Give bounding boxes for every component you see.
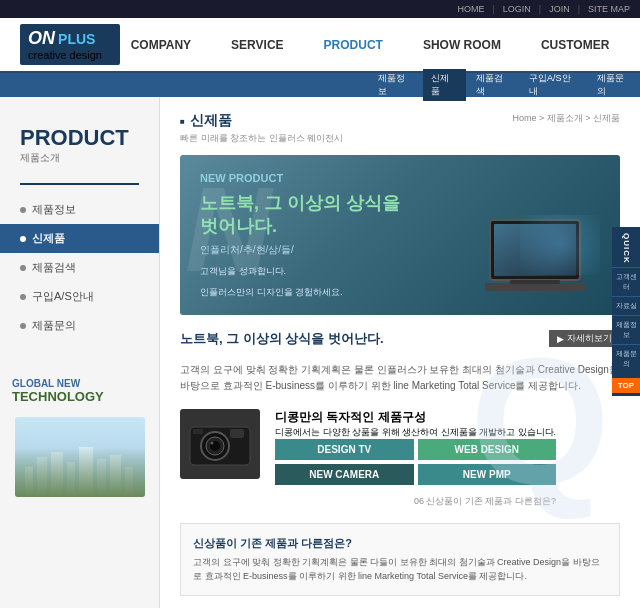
hero-headline1: 노트북, 그 이상의 상식을 (200, 193, 400, 213)
sidebar-label-0: 제품정보 (32, 202, 76, 217)
breadcrumb: Home > 제품소개 > 신제품 (512, 112, 620, 125)
bullet-icon-4 (20, 323, 26, 329)
sub-nav: 제품정보 신제품 제품검색 구입A/S안내 제품문의 (0, 73, 640, 97)
bullet-icon-2 (20, 265, 26, 271)
logo-plus: PLUS (58, 31, 95, 47)
top-bar: HOME | LOGIN | JOIN | SITE MAP (0, 0, 640, 18)
page-title-area: 신제품 빠른 미래를 창조하는 인플러스 웨이전시 (180, 112, 343, 145)
hero-banner: N NEW PRODUCT 노트북, 그 이상의 상식을 벗어나다. 인플리처/… (180, 155, 620, 315)
btn-design-tv[interactable]: DESIGN TV (275, 439, 414, 460)
sidebar-item-3[interactable]: 구입A/S안내 (0, 282, 159, 311)
bullet-icon-1 (20, 236, 26, 242)
hero-badge: NEW PRODUCT (200, 172, 600, 184)
sidebar-label-3: 구입A/S안내 (32, 289, 94, 304)
product-buttons: DESIGN TV WEB DESIGN NEW CAMERA NEW PMP (275, 439, 556, 485)
bullet-icon-3 (20, 294, 26, 300)
camera-svg (185, 417, 255, 472)
hero-headline: 노트북, 그 이상의 상식을 벗어나다. (200, 192, 600, 239)
product-desc-text: 디콩에서는 다양한 상품을 위해 생산하여 신제품을 개발하고 있습니다. (275, 426, 556, 439)
logo-on: ON (28, 28, 55, 48)
sidebar-divider (20, 183, 139, 185)
new-product-section: 신상품이 기존 제품과 다른점은? 고객의 요구에 맞춰 정확한 기획계획은 물… (180, 523, 620, 596)
top-link-sitemap[interactable]: SITE MAP (588, 4, 630, 14)
svg-point-18 (211, 441, 214, 444)
camera-image (180, 409, 260, 479)
content-wrapper: 신제품 빠른 미래를 창조하는 인플러스 웨이전시 Home > 제품소개 > … (160, 97, 640, 608)
nav-service[interactable]: SERVICE (231, 38, 283, 52)
play-icon: ▶ (557, 334, 564, 344)
sidebar: PRODUCT 제품소개 제품정보 신제품 제품검색 구입A/S안내 (0, 97, 160, 608)
logo: ON PLUS creative design (20, 25, 120, 65)
global-banner: GLOBAL NEW TECHNOLOGY (0, 370, 159, 497)
sidebar-title: PRODUCT 제품소개 (0, 117, 159, 175)
svg-rect-19 (230, 429, 244, 438)
top-link-join[interactable]: JOIN (549, 4, 570, 14)
top-link-home[interactable]: HOME (457, 4, 484, 14)
quick-item-0[interactable]: 고객센터 (612, 267, 640, 296)
main-nav: COMPANY SERVICE PRODUCT SHOW ROOM CUSTOM… (120, 38, 620, 52)
main: PRODUCT 제품소개 제품정보 신제품 제품검색 구입A/S안내 (0, 97, 640, 608)
new-product-heading: 신상품이 기존 제품과 다른점은? (193, 536, 607, 551)
sidebar-label-4: 제품문의 (32, 318, 76, 333)
sidebar-item-1[interactable]: 신제품 (0, 224, 159, 253)
sidebar-menu: 제품정보 신제품 제품검색 구입A/S안내 제품문의 (0, 195, 159, 340)
sidebar-item-0[interactable]: 제품정보 (0, 195, 159, 224)
main-heading: 노트북, 그 이상의 상식을 벗어난다. (180, 330, 384, 348)
main-para1: 고객의 요구에 맞춰 정확한 기획계획은 물론 인플러스가 보유한 최대의 첨기… (180, 362, 620, 394)
quick-item-1[interactable]: 자료실 (612, 296, 640, 315)
side-number: 06 신상품이 기존 제품과 다른점은? (275, 495, 556, 508)
sidebar-item-2[interactable]: 제품검색 (0, 253, 159, 282)
product-section: 디콩만의 독자적인 제품구성 디콩에서는 다양한 상품을 위해 생산하여 신제품… (180, 409, 620, 508)
hero-desc1: 고객님을 성과합니다. (200, 265, 600, 278)
top-link-login[interactable]: LOGIN (503, 4, 531, 14)
nav-product[interactable]: PRODUCT (324, 38, 383, 52)
hero-tags: 인플리처/추/현/삼/들/ (200, 243, 600, 257)
content: 신제품 빠른 미래를 창조하는 인플러스 웨이전시 Home > 제품소개 > … (160, 97, 640, 608)
sidebar-item-4[interactable]: 제품문의 (0, 311, 159, 340)
btn-web-design[interactable]: WEB DESIGN (418, 439, 557, 460)
product-desc: 디콩만의 독자적인 제품구성 디콩에서는 다양한 상품을 위해 생산하여 신제품… (275, 409, 556, 508)
main-content: 노트북, 그 이상의 상식을 벗어난다. ▶ 자세히보기 고객의 요구에 맞춰 … (180, 330, 620, 394)
sidebar-subtitle: 제품소개 (20, 151, 139, 165)
city-illustration (15, 417, 145, 497)
city-silhouette (15, 447, 145, 497)
page-subtitle: 빠른 미래를 창조하는 인플러스 웨이전시 (180, 132, 343, 145)
header: ON PLUS creative design COMPANY SERVICE … (0, 18, 640, 73)
product-heading: 디콩만의 독자적인 제품구성 (275, 409, 556, 426)
sidebar-heading: PRODUCT (20, 127, 139, 149)
quick-label: QUICK (622, 230, 631, 267)
page-title: 신제품 (180, 112, 343, 130)
btn-new-camera[interactable]: NEW CAMERA (275, 464, 414, 485)
global-label1: GLOBAL NEW (12, 378, 147, 389)
new-product-para: 고객의 요구에 맞춰 정확한 기획계획은 물론 다들이 보유한 최대의 첨기술과… (193, 556, 607, 583)
logo-sub: creative design (28, 49, 102, 61)
hero-text: NEW PRODUCT 노트북, 그 이상의 상식을 벗어나다. 인플리처/추/… (200, 172, 600, 299)
bullet-icon-0 (20, 207, 26, 213)
global-label2: TECHNOLOGY (12, 389, 147, 404)
nav-showroom[interactable]: SHOW ROOM (423, 38, 501, 52)
more-btn-label: 자세히보기 (567, 332, 612, 345)
logo-box: ON PLUS creative design (20, 24, 120, 65)
top-button[interactable]: TOP (612, 378, 640, 393)
nav-company[interactable]: COMPANY (131, 38, 191, 52)
svg-rect-20 (193, 429, 203, 434)
nav-customer[interactable]: CUSTOMER (541, 38, 609, 52)
quick-item-3[interactable]: 제품문의 (612, 344, 640, 373)
sidebar-label-2: 제품검색 (32, 260, 76, 275)
more-button[interactable]: ▶ 자세히보기 (549, 330, 620, 347)
btn-new-pmp[interactable]: NEW PMP (418, 464, 557, 485)
hero-desc2: 인플러스만의 디자인을 경험하세요. (200, 286, 600, 299)
quick-menu: QUICK 고객센터 자료실 제품정보 제품문의 TOP (612, 227, 640, 396)
breadcrumb-area: 신제품 빠른 미래를 창조하는 인플러스 웨이전시 Home > 제품소개 > … (180, 112, 620, 145)
quick-item-2[interactable]: 제품정보 (612, 315, 640, 344)
hero-headline2: 벗어나다. (200, 216, 277, 236)
sidebar-label-1: 신제품 (32, 231, 65, 246)
